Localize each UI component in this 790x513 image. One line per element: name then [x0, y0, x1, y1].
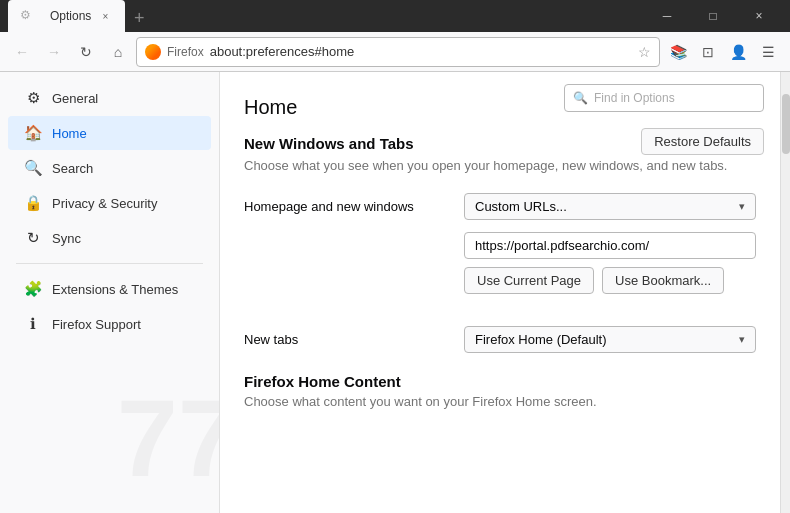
tab-title: Options — [50, 9, 91, 23]
address-bar[interactable]: Firefox about:preferences#home ☆ — [136, 37, 660, 67]
title-bar: ⚙ Options × + ─ □ × — [0, 0, 790, 32]
sidebar-label-home: Home — [52, 126, 87, 141]
sidebar-watermark: 77 — [117, 383, 220, 493]
use-current-page-button[interactable]: Use Current Page — [464, 267, 594, 294]
homepage-label: Homepage and new windows — [244, 199, 464, 214]
navigation-bar: ← → ↻ ⌂ Firefox about:preferences#home ☆… — [0, 32, 790, 72]
url-action-buttons: Use Current Page Use Bookmark... — [464, 267, 756, 294]
find-placeholder-text: Find in Options — [594, 91, 675, 105]
url-input-field[interactable] — [464, 232, 756, 259]
firefox-logo — [145, 44, 161, 60]
sync-icon: ↻ — [24, 229, 42, 247]
options-tab[interactable]: ⚙ Options × — [8, 0, 125, 32]
library-button[interactable]: 📚 — [664, 38, 692, 66]
homepage-dropdown-arrow: ▾ — [739, 200, 745, 213]
sidebar-label-privacy: Privacy & Security — [52, 196, 157, 211]
find-icon: 🔍 — [573, 91, 588, 105]
sidebar-label-extensions: Extensions & Themes — [52, 282, 178, 297]
sidebar-label-support: Firefox Support — [52, 317, 141, 332]
newtabs-control: Firefox Home (Default) ▾ — [464, 326, 756, 353]
back-button[interactable]: ← — [8, 38, 36, 66]
url-field-control: Use Current Page Use Bookmark... — [464, 232, 756, 314]
content-area: 77 ⚙ General 🏠 Home 🔍 Search 🔒 Privacy &… — [0, 72, 790, 513]
newtabs-dropdown-value: Firefox Home (Default) — [475, 332, 606, 347]
home-content-title: Firefox Home Content — [244, 373, 756, 390]
menu-button[interactable]: ☰ — [754, 38, 782, 66]
sidebar-item-sync[interactable]: ↻ Sync — [8, 221, 211, 255]
use-bookmark-button[interactable]: Use Bookmark... — [602, 267, 724, 294]
window-controls: ─ □ × — [644, 0, 782, 32]
support-icon: ℹ — [24, 315, 42, 333]
sidebar-label-sync: Sync — [52, 231, 81, 246]
homepage-dropdown-value: Custom URLs... — [475, 199, 567, 214]
find-in-options-bar[interactable]: 🔍 Find in Options — [564, 84, 764, 112]
extensions-icon: 🧩 — [24, 280, 42, 298]
scrollbar-track[interactable] — [780, 72, 790, 513]
minimize-button[interactable]: ─ — [644, 0, 690, 32]
sidebar-item-privacy[interactable]: 🔒 Privacy & Security — [8, 186, 211, 220]
general-icon: ⚙ — [24, 89, 42, 107]
tab-close-button[interactable]: × — [97, 8, 113, 24]
newtabs-field-row: New tabs Firefox Home (Default) ▾ — [244, 326, 756, 353]
homepage-field-row: Homepage and new windows Custom URLs... … — [244, 193, 756, 220]
sidebar-label-search: Search — [52, 161, 93, 176]
main-content: 🔍 Find in Options Home Restore Defaults … — [220, 72, 780, 513]
maximize-button[interactable]: □ — [690, 0, 736, 32]
forward-button[interactable]: → — [40, 38, 68, 66]
homepage-control: Custom URLs... ▾ — [464, 193, 756, 220]
search-icon: 🔍 — [24, 159, 42, 177]
sidebar-divider — [16, 263, 203, 264]
sidebar-item-general[interactable]: ⚙ General — [8, 81, 211, 115]
tab-icon: ⚙ — [20, 8, 36, 24]
account-button[interactable]: 👤 — [724, 38, 752, 66]
home-content-desc: Choose what content you want on your Fir… — [244, 394, 756, 409]
sidebar-item-home[interactable]: 🏠 Home — [8, 116, 211, 150]
reload-button[interactable]: ↻ — [72, 38, 100, 66]
newtabs-dropdown-arrow: ▾ — [739, 333, 745, 346]
new-windows-tabs-desc: Choose what you see when you open your h… — [244, 158, 756, 173]
newtabs-dropdown[interactable]: Firefox Home (Default) ▾ — [464, 326, 756, 353]
url-field-row: Use Current Page Use Bookmark... — [244, 232, 756, 314]
privacy-icon: 🔒 — [24, 194, 42, 212]
tab-bar: ⚙ Options × + — [8, 0, 644, 32]
address-text[interactable]: about:preferences#home — [210, 44, 632, 59]
new-tab-button[interactable]: + — [125, 4, 153, 32]
sync-button[interactable]: ⊡ — [694, 38, 722, 66]
newtabs-label: New tabs — [244, 332, 464, 347]
sidebar: 77 ⚙ General 🏠 Home 🔍 Search 🔒 Privacy &… — [0, 72, 220, 513]
firefox-brand-label: Firefox — [167, 45, 204, 59]
home-icon: 🏠 — [24, 124, 42, 142]
close-button[interactable]: × — [736, 0, 782, 32]
home-button[interactable]: ⌂ — [104, 38, 132, 66]
homepage-dropdown[interactable]: Custom URLs... ▾ — [464, 193, 756, 220]
sidebar-item-support[interactable]: ℹ Firefox Support — [8, 307, 211, 341]
nav-right-icons: 📚 ⊡ 👤 ☰ — [664, 38, 782, 66]
sidebar-item-search[interactable]: 🔍 Search — [8, 151, 211, 185]
bookmark-star-button[interactable]: ☆ — [638, 44, 651, 60]
sidebar-label-general: General — [52, 91, 98, 106]
sidebar-item-extensions[interactable]: 🧩 Extensions & Themes — [8, 272, 211, 306]
scrollbar-thumb[interactable] — [782, 94, 790, 154]
restore-defaults-button[interactable]: Restore Defaults — [641, 128, 764, 155]
